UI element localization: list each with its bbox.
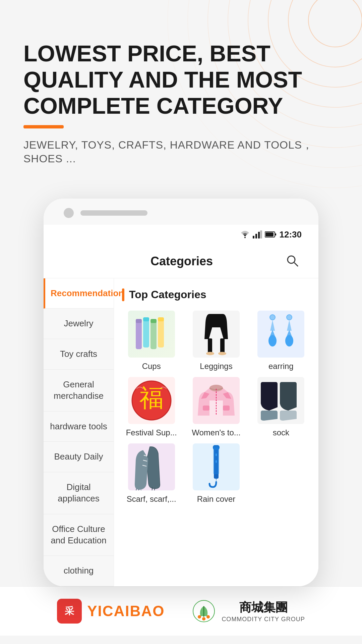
svg-point-37 — [285, 335, 293, 346]
sidebar-item-clothing[interactable]: clothing — [44, 556, 114, 586]
category-item-rain[interactable]: Rain cover — [187, 443, 245, 504]
sidebar-item-beauty[interactable]: Beauty Daily — [44, 442, 114, 472]
status-icons: 12:30 — [240, 229, 302, 240]
commodity-svg — [192, 599, 216, 623]
wifi-icon — [240, 230, 250, 238]
svg-rect-15 — [275, 233, 276, 235]
sidebar-item-recommendation[interactable]: Recommendation — [44, 278, 114, 309]
festival-svg: 福 — [130, 379, 173, 422]
yicaibao-text: YICAIBAO — [87, 603, 165, 620]
svg-rect-11 — [258, 232, 260, 238]
commodity-chinese: 商城集團 — [239, 599, 288, 616]
logo-yicaibao[interactable]: 采 YICAIBAO — [57, 599, 165, 624]
commodity-text: 商城集團 COMMODITY CITY GROUP — [222, 599, 305, 623]
leggings-svg — [203, 312, 230, 356]
svg-point-63 — [202, 617, 205, 621]
svg-point-28 — [206, 352, 214, 355]
section-bar — [122, 288, 124, 301]
sidebar-item-digital[interactable]: Digital appliances — [44, 472, 114, 514]
signal-icon — [253, 230, 262, 238]
sidebar-item-jewelry[interactable]: Jewelry — [44, 309, 114, 339]
svg-rect-19 — [143, 317, 149, 347]
svg-point-29 — [218, 352, 226, 355]
category-label-cups: Cups — [142, 362, 161, 371]
svg-rect-20 — [150, 319, 157, 349]
category-img-festival: 福 — [128, 377, 175, 424]
phone-camera — [64, 208, 74, 218]
svg-point-64 — [206, 615, 210, 619]
search-button[interactable] — [283, 251, 302, 271]
svg-point-62 — [198, 615, 201, 619]
category-label-earring: earring — [268, 362, 294, 371]
category-item-sock[interactable]: sock — [252, 377, 310, 437]
svg-point-30 — [270, 315, 275, 320]
svg-rect-14 — [265, 232, 274, 236]
svg-rect-43 — [223, 406, 230, 411]
sidebar-item-office[interactable]: Office Culture and Education — [44, 514, 114, 556]
section-title: Top Categories — [129, 288, 206, 301]
yicaibao-icon: 采 — [57, 599, 82, 624]
svg-rect-21 — [158, 317, 164, 347]
sidebar: Recommendation Jewelry Toy crafts Genera… — [44, 278, 114, 587]
womens-svg — [196, 379, 236, 422]
category-item-festival[interactable]: 福 Festival Sup... — [122, 377, 181, 437]
svg-marker-31 — [270, 320, 275, 331]
phone-topbar — [44, 199, 318, 225]
svg-line-53 — [140, 490, 141, 490]
app-header-title: Categories — [80, 254, 283, 268]
battery-icon — [265, 231, 277, 238]
sidebar-item-hardware[interactable]: hardware tools — [44, 412, 114, 442]
logo-commodity[interactable]: 商城集團 COMMODITY CITY GROUP — [191, 599, 305, 624]
category-img-sock — [257, 377, 304, 424]
category-label-womens: Women's to... — [192, 428, 241, 437]
main-panel: Top Categories — [114, 278, 318, 587]
category-item-leggings[interactable]: Leggings — [187, 311, 245, 371]
category-img-rain — [193, 443, 240, 490]
sidebar-item-general[interactable]: General merchandise — [44, 370, 114, 412]
svg-rect-26 — [208, 338, 212, 354]
svg-rect-25 — [158, 317, 164, 321]
category-label-scarf: Scarf, scarf,... — [127, 494, 176, 504]
category-item-scarf[interactable]: Scarf, scarf,... — [122, 443, 181, 504]
status-bar: 12:30 — [44, 225, 318, 245]
svg-rect-42 — [203, 406, 209, 411]
hero-title: LOWEST PRICE, BEST QUALITY AND THE MOST … — [23, 40, 339, 119]
svg-rect-27 — [220, 338, 225, 354]
category-img-leggings — [193, 311, 240, 358]
section-title-row: Top Categories — [122, 288, 310, 301]
category-label-rain: Rain cover — [197, 494, 236, 504]
phone-mockup: 12:30 Categories Recommendation Jewelry … — [44, 199, 318, 587]
category-img-scarf — [128, 443, 175, 490]
category-grid: Cups Legg — [122, 311, 310, 504]
commodity-icon — [191, 599, 216, 624]
category-item-womens[interactable]: Women's to... — [187, 377, 245, 437]
phone-speaker — [80, 210, 147, 216]
rain-svg — [201, 443, 231, 490]
category-img-womens — [193, 377, 240, 424]
svg-point-33 — [268, 335, 277, 346]
app-header: Categories — [44, 245, 318, 278]
scarf-svg — [130, 443, 173, 490]
svg-line-17 — [294, 263, 298, 266]
earring-svg — [261, 312, 301, 356]
commodity-english: COMMODITY CITY GROUP — [222, 616, 305, 623]
svg-rect-9 — [253, 236, 254, 238]
category-item-earring[interactable]: earring — [252, 311, 310, 371]
svg-point-34 — [287, 315, 292, 320]
svg-rect-24 — [150, 319, 157, 323]
sidebar-item-toy-crafts[interactable]: Toy crafts — [44, 339, 114, 370]
hero-subtitle: JEWELRY, TOYS, CRAFTS, HARDWARE AND TOOL… — [23, 138, 339, 165]
category-label-festival: Festival Sup... — [126, 428, 177, 437]
search-icon — [286, 254, 299, 267]
app-body: Recommendation Jewelry Toy crafts Genera… — [44, 278, 318, 587]
svg-point-8 — [244, 237, 246, 238]
category-label-leggings: Leggings — [200, 362, 232, 371]
svg-rect-18 — [136, 319, 142, 349]
svg-marker-35 — [287, 320, 292, 331]
hero-section: LOWEST PRICE, BEST QUALITY AND THE MOST … — [0, 0, 362, 185]
category-item-cups[interactable]: Cups — [122, 311, 181, 371]
svg-rect-60 — [213, 447, 219, 474]
svg-rect-10 — [255, 234, 257, 238]
svg-line-51 — [136, 489, 136, 490]
svg-rect-23 — [143, 317, 149, 321]
